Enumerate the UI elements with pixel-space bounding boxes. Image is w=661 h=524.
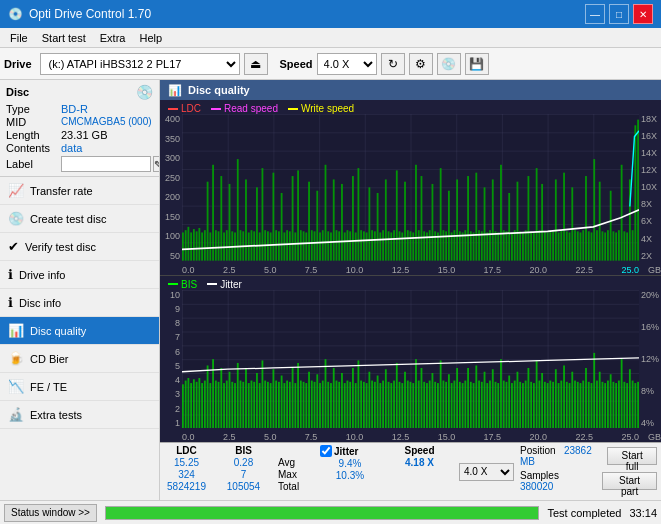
svg-rect-225 <box>330 383 332 428</box>
svg-rect-248 <box>393 380 395 428</box>
svg-rect-88 <box>418 230 420 260</box>
y1-300: 300 <box>160 153 180 163</box>
sidebar-item-fe-te[interactable]: 📉 FE / TE <box>0 373 159 401</box>
start-full-button[interactable]: Start full <box>607 447 657 465</box>
jitter-checkbox[interactable] <box>320 445 332 457</box>
svg-rect-13 <box>212 165 214 261</box>
speed-select[interactable]: 4.0 X <box>317 53 377 75</box>
svg-rect-155 <box>602 231 604 260</box>
disc-label-edit-button[interactable]: ✎ <box>153 156 160 172</box>
save-button[interactable]: 💾 <box>465 53 489 75</box>
svg-rect-121 <box>508 193 510 261</box>
disc-type-label: Type <box>6 103 61 115</box>
svg-rect-221 <box>319 383 321 428</box>
header-spacer <box>278 445 308 456</box>
svg-rect-222 <box>322 380 324 428</box>
svg-rect-18 <box>226 230 228 260</box>
y1r-8x: 8X <box>641 199 661 209</box>
drive-select[interactable]: (k:) ATAPI iHBS312 2 PL17 <box>40 53 240 75</box>
svg-rect-323 <box>599 371 601 428</box>
sidebar-item-disc-quality[interactable]: 📊 Disc quality <box>0 317 159 345</box>
svg-rect-298 <box>530 381 532 428</box>
menu-extra[interactable]: Extra <box>94 31 132 45</box>
svg-rect-247 <box>390 383 392 428</box>
refresh-button[interactable]: ↻ <box>381 53 405 75</box>
x2-15: 15.0 <box>438 432 456 442</box>
maximize-button[interactable]: □ <box>609 4 629 24</box>
svg-rect-302 <box>541 373 543 428</box>
svg-rect-280 <box>481 381 483 428</box>
svg-rect-292 <box>514 380 516 428</box>
y1r-12x: 12X <box>641 165 661 175</box>
disc-info-label: Disc info <box>19 297 61 309</box>
svg-rect-232 <box>349 381 351 428</box>
svg-rect-208 <box>283 383 285 428</box>
svg-rect-333 <box>626 383 628 428</box>
svg-rect-203 <box>270 383 272 428</box>
svg-rect-67 <box>360 230 362 260</box>
svg-rect-224 <box>327 381 329 428</box>
disc-button[interactable]: 💿 <box>437 53 461 75</box>
sidebar-item-disc-info[interactable]: ℹ Disc info <box>0 289 159 317</box>
y2-5: 5 <box>160 361 180 371</box>
status-window-button[interactable]: Status window >> <box>4 504 97 522</box>
svg-rect-56 <box>330 232 332 260</box>
minimize-button[interactable]: — <box>585 4 605 24</box>
sidebar-item-extra-tests[interactable]: 🔬 Extra tests <box>0 401 159 429</box>
speed-label: Speed <box>280 58 313 70</box>
sidebar-item-cd-bier[interactable]: 🍺 CD Bier <box>0 345 159 373</box>
svg-rect-5 <box>190 232 192 260</box>
disc-contents-label: Contents <box>6 142 61 154</box>
svg-rect-135 <box>547 232 549 260</box>
svg-rect-326 <box>607 380 609 428</box>
menu-help[interactable]: Help <box>133 31 168 45</box>
svg-rect-319 <box>588 381 590 428</box>
svg-rect-35 <box>272 173 274 261</box>
svg-rect-159 <box>612 231 614 260</box>
svg-rect-31 <box>262 168 264 261</box>
sidebar-item-create-test-disc[interactable]: 💿 Create test disc <box>0 205 159 233</box>
sidebar-item-verify-test-disc[interactable]: ✔ Verify test disc <box>0 233 159 261</box>
svg-rect-226 <box>333 368 335 428</box>
svg-rect-42 <box>292 176 294 261</box>
disc-length-label: Length <box>6 129 61 141</box>
svg-rect-318 <box>585 368 587 428</box>
svg-rect-283 <box>489 380 491 428</box>
svg-rect-117 <box>497 232 499 260</box>
config-button[interactable]: ⚙ <box>409 53 433 75</box>
svg-rect-194 <box>245 368 247 428</box>
svg-rect-210 <box>289 381 291 428</box>
sidebar-item-drive-info[interactable]: ℹ Drive info <box>0 261 159 289</box>
svg-rect-127 <box>525 230 527 260</box>
disc-label-input[interactable] <box>61 156 151 172</box>
svg-rect-335 <box>632 380 634 428</box>
svg-rect-258 <box>421 368 423 428</box>
svg-rect-14 <box>215 230 217 260</box>
svg-rect-126 <box>522 232 524 260</box>
svg-rect-146 <box>577 231 579 260</box>
cd-bier-icon: 🍺 <box>8 351 24 366</box>
svg-rect-313 <box>571 371 573 428</box>
close-button[interactable]: ✕ <box>633 4 653 24</box>
eject-button[interactable]: ⏏ <box>244 53 268 75</box>
svg-rect-266 <box>442 380 444 428</box>
stats-speed-select[interactable]: 4.0 X <box>459 463 514 481</box>
svg-rect-41 <box>289 231 291 260</box>
menu-file[interactable]: File <box>4 31 34 45</box>
x2-0: 0.0 <box>182 432 195 442</box>
svg-rect-133 <box>541 184 543 261</box>
content-title: Disc quality <box>188 84 250 96</box>
sidebar-item-transfer-rate[interactable]: 📈 Transfer rate <box>0 177 159 205</box>
svg-rect-12 <box>209 232 211 260</box>
svg-rect-30 <box>259 232 261 260</box>
start-part-button[interactable]: Start part <box>602 472 657 490</box>
fe-te-label: FE / TE <box>30 381 67 393</box>
svg-rect-188 <box>229 371 231 428</box>
svg-rect-73 <box>377 193 379 261</box>
transfer-rate-label: Transfer rate <box>30 185 93 197</box>
chart1-svg <box>182 114 639 261</box>
svg-rect-246 <box>388 381 390 428</box>
disc-info-icon: ℹ <box>8 295 13 310</box>
menu-start-test[interactable]: Start test <box>36 31 92 45</box>
disc-panel-title: Disc <box>6 86 29 98</box>
